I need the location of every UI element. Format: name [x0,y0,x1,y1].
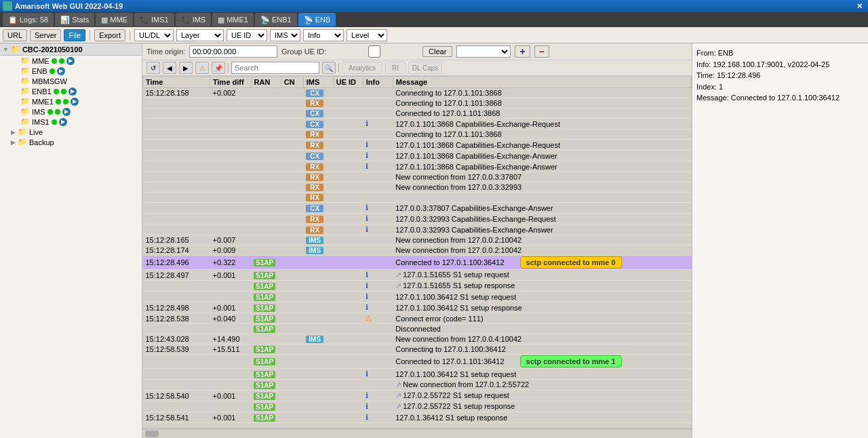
cell-ims [303,302,333,313]
table-row[interactable]: 15:12:58.541 +0.001 S1AP ℹ 127.0.1.36412… [143,412,692,423]
search-icon-btn[interactable]: 🔍 [322,62,336,74]
search-input[interactable] [231,62,319,74]
cell-ueid [333,380,363,391]
sidebar-item-mme1[interactable]: 📁 MME1 ▶ [0,96,142,106]
table-row[interactable]: CX ℹ 127.0.0.3:37807 Capabilities-Exchan… [143,203,692,214]
clear-button[interactable]: Clear [422,46,452,57]
table-row[interactable]: 15:12:28.165 +0.007 IMS New connection f… [143,235,692,245]
scrollbar-bottom[interactable] [142,429,692,438]
table-row[interactable]: RX ℹ 127.0.0.3:32993 Capabilities-Exchan… [143,214,692,224]
table-row[interactable]: RX New connection from 127.0.0.3:32993 [143,182,692,193]
table-row[interactable]: CX ℹ 127.0.1.101:3868 Capabilities-Excha… [143,151,692,161]
ims1-action-btn[interactable]: ▶ [59,118,67,126]
analytics-btn[interactable]: Analytics [342,62,382,74]
table-row[interactable]: 15:12:58.540 +0.001 S1AP ℹ ↗127.0.2.5572… [143,391,692,401]
sidebar-item-ims1[interactable]: 📁 IMS1 ▶ [0,117,142,127]
table-row[interactable]: 15:12:28.158 +0.002 CX Connecting to 127… [143,88,692,98]
tab-stats[interactable]: 📊 Stats [55,13,94,26]
warn-icon: ⚠ [366,314,372,322]
ims-action-btn[interactable]: ▶ [62,108,71,116]
sidebar-item-mbmsgw[interactable]: 📁 MBMSGW [0,76,142,86]
table-row[interactable]: 15:12:28.497 +0.001 S1AP ℹ ↗127.0.1.5165… [143,270,692,281]
refresh-btn[interactable]: ↺ [146,62,160,74]
table-row[interactable]: S1AP ℹ 127.0.1.100.36412 S1 setup reques… [143,369,692,380]
th-cn[interactable]: CN [281,77,303,88]
th-time[interactable]: Time [143,77,210,88]
level-select[interactable]: Level [347,29,387,41]
table-row[interactable]: 15:12:28.538 +0.040 S1AP ⚠ Connect error… [143,313,692,324]
info-select[interactable]: Info [303,29,344,41]
enb1-action-btn[interactable]: ▶ [68,87,77,96]
table-row[interactable]: RX [143,193,692,203]
tab-enb[interactable]: 📡 ENB [298,13,336,26]
mme-action-btn[interactable]: ▶ [66,57,75,65]
tab-ims1[interactable]: 📞 IMS1 [134,13,174,26]
table-row[interactable]: CX ℹ 127.0.1.101:3868 Capabilities-Excha… [143,119,692,130]
tab-mme[interactable]: ▦ MME [96,13,133,26]
mme1-action-btn[interactable]: ▶ [71,98,79,106]
sidebar-item-mme[interactable]: 📁 MME ▶ [0,56,142,66]
th-ims[interactable]: IMS [303,77,333,88]
table-row[interactable]: 15:12:28.496 +0.322 S1AP Connected to 12… [143,256,692,270]
sidebar-item-enb1[interactable]: 📁 ENB1 ▶ [0,86,142,96]
next-btn[interactable]: ▶ [179,62,193,74]
table-row[interactable]: S1AP Disconnected [143,324,692,334]
ueid-select[interactable]: UE ID [226,29,267,41]
table-row[interactable]: RX Connecting to 127.0.1.101:3868 [143,98,692,108]
pin-btn[interactable]: 📌 [212,62,225,74]
table-row[interactable]: RX ℹ 127.0.0.3:32993 Capabilities-Exchan… [143,224,692,235]
prev-btn[interactable]: ◀ [163,62,176,74]
cell-message: 127.0.1.101:3868 Capabilities-Exchange-R… [393,119,691,130]
cell-cn [281,140,303,151]
time-origin-input[interactable] [189,45,277,58]
tab-mme1[interactable]: ▦ MME1 [212,13,254,26]
sidebar-item-backup[interactable]: ▶ 📁 Backup [0,137,142,147]
sidebar-root[interactable]: ▼ 📁 CBC-2021050100 [0,43,142,56]
tab-ims[interactable]: 📞 IMS [176,13,212,26]
table-row[interactable]: 15:12:28.174 +0.009 IMS New connection f… [143,245,692,256]
ri-btn[interactable]: RI [385,62,406,74]
sidebar-item-enb[interactable]: 📁 ENB ▶ [0,66,142,76]
cell-timediff [210,130,252,140]
sidebar-item-ims[interactable]: 📁 IMS ▶ [0,106,142,117]
table-row[interactable]: 15:12:28.498 +0.001 S1AP ℹ 127.0.1.100.3… [143,302,692,313]
th-message[interactable]: Message [393,77,691,88]
table-row[interactable]: 15:12:43.028 +14.490 IMS New connection … [143,334,692,344]
add-filter-btn[interactable]: + [515,45,530,58]
table-row[interactable]: S1AP ℹ ↗127.0.1.51655 S1 setup response [143,281,692,292]
sidebar-item-live[interactable]: ▶ 📁 Live [0,127,142,137]
export-button[interactable]: Export [94,29,125,41]
table-row[interactable]: S1AP Connected to 127.0.1.101:36412 sctp… [143,355,692,369]
file-button[interactable]: File [64,29,85,41]
url-button[interactable]: URL [3,29,27,41]
tab-logs[interactable]: 📋 Logs: 58 [3,13,54,26]
group-ueid-checkbox[interactable] [330,45,418,58]
imsi-select[interactable]: IMSI [270,29,300,41]
layer-select[interactable]: Layer [176,29,224,41]
table-row[interactable]: CX Connected to 127.0.1.101:3868 [143,108,692,119]
th-timediff[interactable]: Time diff [210,77,252,88]
close-icon[interactable]: ✕ [854,2,865,11]
cell-ran [251,193,281,203]
tab-enb1[interactable]: 📡 ENB1 [255,13,297,26]
table-row[interactable]: RX ℹ 127.0.1.101:3868 Capabilities-Excha… [143,161,692,172]
table-row[interactable]: RX ℹ 127.0.1.101:3868 Capabilities-Excha… [143,140,692,151]
remove-filter-btn[interactable]: − [534,45,549,58]
table-row[interactable]: S1AP ℹ 127.0.1.100.36412 S1 setup reques… [143,292,692,302]
level-filter-select[interactable] [456,45,511,58]
cell-ueid [333,130,363,140]
th-ueid[interactable]: UE ID [333,77,363,88]
uldl-select[interactable]: UL/DL [134,29,174,41]
table-row[interactable]: 15:12:58.539 +15.511 S1AP Connecting to … [143,344,692,355]
server-button[interactable]: Server [30,29,61,41]
cell-timediff [210,214,252,224]
table-row[interactable]: RX New connection from 127.0.0.3:37807 [143,172,692,182]
table-row[interactable]: RX Connecting to 127.0.1.101:3868 [143,130,692,140]
table-row[interactable]: S1AP ↗New connection from 127.0.1.2:5572… [143,380,692,391]
th-ran[interactable]: RAN [251,77,281,88]
dlcaps-btn[interactable]: DL Caps [408,62,442,74]
warn-btn[interactable]: ⚠ [195,62,209,74]
th-info[interactable]: Info [363,77,393,88]
table-row[interactable]: S1AP ℹ ↗127.0.2.55722 S1 setup response [143,401,692,412]
enb-action-btn[interactable]: ▶ [57,67,65,75]
